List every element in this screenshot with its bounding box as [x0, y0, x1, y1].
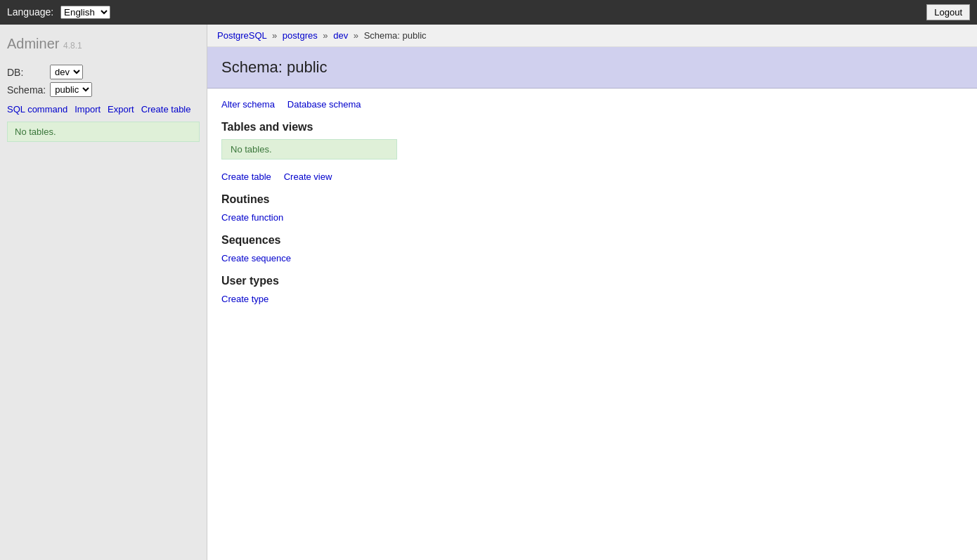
main-content: PostgreSQL » postgres » dev » Schema: pu…	[207, 25, 977, 560]
schema-field: Schema: public	[7, 82, 200, 97]
sep2: »	[323, 30, 328, 41]
schema-title: Schema: public	[221, 58, 963, 77]
db-select[interactable]: dev	[50, 65, 83, 79]
bc-postgres[interactable]: postgres	[283, 30, 318, 41]
db-field: DB: dev	[7, 65, 200, 79]
language-select[interactable]: English Czech German French Spanish	[60, 6, 110, 19]
app-name: Adminer	[7, 36, 59, 51]
sidebar-nav: SQL command Import Export Create table	[7, 104, 200, 115]
routines-create-links: Create function	[221, 211, 963, 223]
top-bar: Language: English Czech German French Sp…	[0, 0, 977, 25]
language-label: Language:	[7, 6, 53, 18]
sql-command-link[interactable]: SQL command	[7, 104, 67, 115]
database-schema-link[interactable]: Database schema	[287, 99, 361, 110]
no-tables-message: No tables.	[221, 139, 397, 159]
routines-title: Routines	[221, 193, 963, 206]
content-area: Alter schema Database schema Tables and …	[207, 89, 977, 314]
bc-current: Schema: public	[364, 30, 427, 41]
sidebar: Adminer 4.8.1 DB: dev Schema: public SQL…	[0, 25, 207, 560]
sidebar-no-tables: No tables.	[7, 122, 200, 142]
sep1: »	[272, 30, 277, 41]
app-title: Adminer 4.8.1	[7, 32, 200, 56]
layout: Adminer 4.8.1 DB: dev Schema: public SQL…	[0, 25, 977, 560]
bc-postgresql[interactable]: PostgreSQL	[217, 30, 266, 41]
create-view-link[interactable]: Create view	[284, 171, 332, 182]
bc-dev[interactable]: dev	[333, 30, 348, 41]
sequences-title: Sequences	[221, 234, 963, 247]
logout-button[interactable]: Logout	[926, 4, 970, 20]
create-sequence-link[interactable]: Create sequence	[221, 253, 291, 263]
tables-create-links: Create table Create view	[221, 171, 963, 182]
import-link[interactable]: Import	[75, 104, 101, 115]
user-types-title: User types	[221, 275, 963, 287]
app-version: 4.8.1	[63, 41, 82, 51]
create-table-link[interactable]: Create table	[221, 171, 271, 182]
sidebar-create-table-link[interactable]: Create table	[141, 104, 191, 115]
breadcrumb: PostgreSQL » postgres » dev » Schema: pu…	[207, 25, 977, 47]
schema-header: Schema: public	[207, 47, 977, 89]
schema-action-links: Alter schema Database schema	[221, 98, 963, 110]
export-link[interactable]: Export	[108, 104, 134, 115]
schema-label: Schema:	[7, 84, 46, 96]
tables-views-title: Tables and views	[221, 121, 963, 134]
user-types-create-links: Create type	[221, 293, 963, 304]
create-function-link[interactable]: Create function	[221, 212, 283, 223]
sep3: »	[354, 30, 358, 41]
language-selector-area: Language: English Czech German French Sp…	[7, 6, 110, 19]
db-label: DB:	[7, 67, 46, 78]
schema-select[interactable]: public	[50, 82, 92, 97]
sequences-create-links: Create sequence	[221, 252, 963, 263]
create-type-link[interactable]: Create type	[221, 294, 268, 304]
alter-schema-link[interactable]: Alter schema	[221, 99, 275, 110]
